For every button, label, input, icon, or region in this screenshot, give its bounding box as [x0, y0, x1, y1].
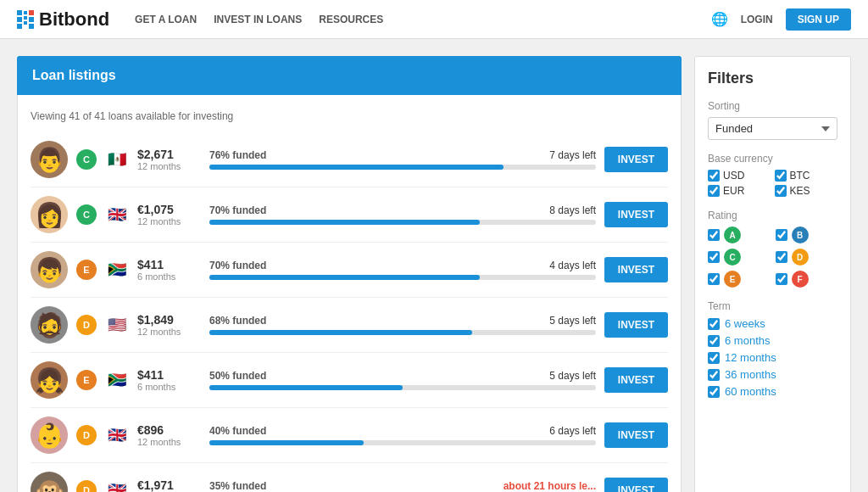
term-item[interactable]: 60 months	[708, 385, 837, 398]
term-item[interactable]: 6 months	[708, 334, 837, 347]
rating-checkbox[interactable]	[708, 229, 720, 241]
term-checkbox[interactable]	[708, 318, 720, 330]
progress-info: 68% funded 5 days left	[209, 315, 596, 327]
rating-item[interactable]: B	[776, 226, 838, 243]
loan-amount: $411 6 months	[137, 368, 201, 392]
progress-bar-bg	[209, 220, 596, 225]
listings-title: Loan listings	[17, 56, 682, 95]
nav-invest-in-loans[interactable]: INVEST IN LOANS	[214, 14, 302, 25]
filters-title: Filters	[708, 70, 837, 87]
rating-circle: B	[792, 226, 809, 243]
progress-info: 70% funded 4 days left	[209, 260, 596, 271]
days-left: 5 days left	[549, 370, 596, 382]
amount-term: 6 months	[137, 382, 201, 392]
invest-button[interactable]: INVEST	[604, 257, 668, 282]
rating-checkbox[interactable]	[708, 273, 720, 285]
term-item[interactable]: 6 weeks	[708, 317, 837, 330]
currency-checkbox[interactable]	[775, 170, 787, 182]
rating-item[interactable]: E	[708, 271, 771, 288]
rating-circle: F	[792, 271, 809, 288]
term-list: 6 weeks6 months12 months36 months60 mont…	[708, 317, 837, 398]
loan-amount: €1,971 12 months	[137, 478, 201, 492]
logo[interactable]: Bitbond	[17, 8, 109, 31]
amount-term: 12 months	[137, 216, 201, 226]
progress-bar-fill	[209, 220, 480, 225]
header: Bitbond GET A LOAN INVEST IN LOANS RESOU…	[0, 0, 868, 39]
term-item[interactable]: 36 months	[708, 368, 837, 381]
funded-percent: 50% funded	[209, 370, 266, 382]
currency-item[interactable]: KES	[775, 185, 838, 197]
rating-checkbox[interactable]	[708, 251, 720, 263]
nav-resources[interactable]: RESOURCES	[319, 14, 383, 25]
globe-icon[interactable]: 🌐	[711, 11, 728, 27]
flag-icon: 🇺🇸	[105, 316, 129, 333]
progress-info: 50% funded 5 days left	[209, 370, 596, 382]
currency-grid: USDBTCEURKES	[708, 170, 837, 197]
term-checkbox[interactable]	[708, 352, 720, 364]
rating-circle: E	[724, 271, 741, 288]
logo-icon	[17, 10, 34, 29]
term-label: 60 months	[725, 385, 776, 398]
base-currency-label: Base currency	[708, 153, 837, 165]
currency-item[interactable]: BTC	[775, 170, 838, 182]
invest-button[interactable]: INVEST	[604, 478, 668, 492]
loan-progress: 76% funded 7 days left	[209, 149, 596, 170]
currency-checkbox[interactable]	[708, 185, 720, 197]
currency-checkbox[interactable]	[775, 185, 787, 197]
header-right: 🌐 LOGIN SIGN UP	[711, 8, 851, 31]
amount-value: $2,671	[137, 148, 201, 161]
loan-progress: 68% funded 5 days left	[209, 315, 596, 335]
term-label: 6 months	[725, 334, 770, 347]
progress-bar-fill	[209, 165, 504, 170]
term-checkbox[interactable]	[708, 335, 720, 347]
rating-item[interactable]: D	[776, 249, 838, 266]
rating-item[interactable]: A	[708, 226, 771, 243]
invest-button[interactable]: INVEST	[604, 422, 668, 448]
invest-button[interactable]: INVEST	[604, 367, 668, 393]
funded-percent: 76% funded	[209, 149, 266, 161]
term-checkbox[interactable]	[708, 386, 720, 398]
rating-checkbox[interactable]	[776, 229, 787, 241]
rating-badge: C	[76, 149, 97, 170]
avatar: 👩	[31, 196, 68, 233]
loan-amount: €896 12 months	[137, 423, 201, 447]
invest-button[interactable]: INVEST	[604, 202, 668, 227]
login-button[interactable]: LOGIN	[741, 14, 773, 25]
avatar: 🐵	[31, 472, 68, 492]
avatar: 👧	[31, 361, 68, 399]
currency-item[interactable]: USD	[708, 170, 771, 182]
progress-info: 40% funded 6 days left	[209, 425, 596, 437]
sorting-label: Sorting	[708, 100, 837, 112]
rating-checkbox[interactable]	[776, 251, 787, 263]
avatar: 👨	[31, 141, 68, 178]
term-checkbox[interactable]	[708, 369, 720, 381]
loan-listings: Loan listings Viewing 41 of 41 loans ava…	[17, 56, 682, 492]
term-item[interactable]: 12 months	[708, 351, 837, 364]
loan-row: 👩 C 🇬🇧 €1,075 12 months 70% funded 8 day…	[31, 187, 668, 243]
viewing-text: Viewing 41 of 41 loans available for inv…	[31, 103, 668, 132]
invest-button[interactable]: INVEST	[604, 312, 668, 338]
signup-button[interactable]: SIGN UP	[786, 8, 851, 31]
currency-item[interactable]: EUR	[708, 185, 771, 197]
funded-percent: 70% funded	[209, 204, 266, 216]
rating-checkbox[interactable]	[776, 273, 787, 285]
progress-info: 76% funded 7 days left	[209, 149, 596, 161]
loan-progress: 50% funded 5 days left	[209, 370, 596, 390]
flag-icon: 🇿🇦	[105, 372, 129, 389]
rating-grid: ABCDEF	[708, 226, 837, 288]
amount-value: $411	[137, 258, 201, 271]
days-left: 6 days left	[549, 425, 596, 437]
rating-item[interactable]: C	[708, 249, 771, 266]
rating-item[interactable]: F	[776, 271, 838, 288]
rating-badge: D	[76, 480, 97, 492]
nav-get-a-loan[interactable]: GET A LOAN	[135, 14, 197, 25]
invest-button[interactable]: INVEST	[604, 147, 668, 172]
progress-bar-bg	[209, 330, 596, 335]
rating-circle: A	[724, 226, 741, 243]
progress-bar-bg	[209, 165, 596, 170]
loan-amount: $411 6 months	[137, 258, 201, 282]
currency-checkbox[interactable]	[708, 170, 720, 182]
sorting-select[interactable]: FundedNewestOldestAmount	[708, 117, 837, 140]
amount-term: 12 months	[137, 437, 201, 447]
urgent-days: about 21 hours le...	[504, 480, 596, 492]
